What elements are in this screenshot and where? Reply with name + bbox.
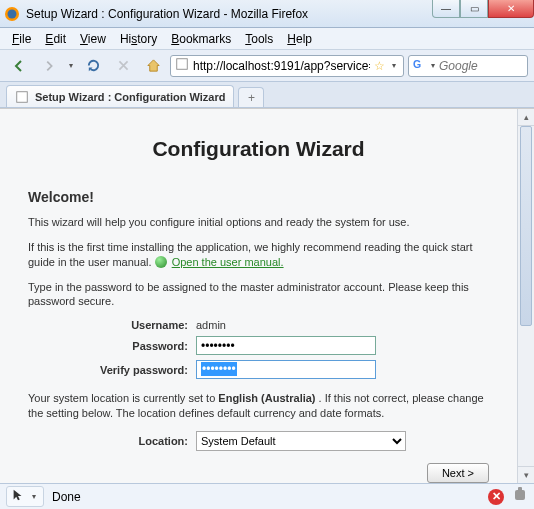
content-viewport: Configuration Wizard Welcome! This wizar… bbox=[0, 108, 534, 483]
welcome-heading: Welcome! bbox=[28, 189, 489, 205]
username-value: admin bbox=[196, 319, 226, 331]
menu-bookmarks[interactable]: Bookmarks bbox=[165, 30, 237, 48]
search-engine-dropdown[interactable]: ▾ bbox=[431, 61, 435, 70]
row-password: Password: bbox=[28, 336, 489, 355]
address-bar[interactable]: ☆ ▾ bbox=[170, 55, 404, 77]
scroll-up-button[interactable]: ▴ bbox=[518, 109, 534, 126]
menu-file[interactable]: File bbox=[6, 30, 37, 48]
site-favicon bbox=[175, 57, 189, 74]
url-input[interactable] bbox=[193, 59, 370, 73]
password-instruction: Type in the password to be assigned to t… bbox=[28, 280, 489, 310]
tip-icon bbox=[155, 256, 167, 268]
svg-point-1 bbox=[8, 9, 17, 18]
new-tab-button[interactable]: + bbox=[238, 87, 264, 107]
window-titlebar: Setup Wizard : Configuration Wizard - Mo… bbox=[0, 0, 534, 28]
page-body: Configuration Wizard Welcome! This wizar… bbox=[0, 109, 517, 483]
svg-text:G: G bbox=[413, 58, 421, 70]
page-heading: Configuration Wizard bbox=[28, 137, 489, 161]
open-manual-link[interactable]: Open the user manual. bbox=[172, 256, 284, 268]
current-locale: English (Australia) bbox=[218, 392, 315, 404]
location-select[interactable]: System Default bbox=[196, 431, 406, 451]
menu-history[interactable]: History bbox=[114, 30, 163, 48]
button-row: Next > bbox=[28, 463, 489, 483]
forward-button[interactable] bbox=[36, 54, 62, 78]
google-icon: G bbox=[413, 57, 427, 74]
password-input[interactable] bbox=[196, 336, 376, 355]
home-button[interactable] bbox=[140, 54, 166, 78]
search-bar[interactable]: G ▾ bbox=[408, 55, 528, 77]
svg-rect-6 bbox=[515, 490, 525, 500]
menu-tools[interactable]: Tools bbox=[239, 30, 279, 48]
status-bar: ▾ Done ✕ bbox=[0, 483, 534, 509]
password-label: Password: bbox=[28, 340, 196, 352]
next-button[interactable]: Next > bbox=[427, 463, 489, 483]
verify-password-label: Verify password: bbox=[28, 364, 196, 376]
scroll-down-button[interactable]: ▾ bbox=[518, 466, 534, 483]
reload-button[interactable] bbox=[80, 54, 106, 78]
first-time-text: If this is the first time installing the… bbox=[28, 240, 489, 270]
row-username: Username: admin bbox=[28, 319, 489, 331]
search-input[interactable] bbox=[439, 59, 534, 73]
back-button[interactable] bbox=[6, 54, 32, 78]
menu-edit[interactable]: Edit bbox=[39, 30, 72, 48]
intro-text: This wizard will help you configure init… bbox=[28, 215, 489, 230]
tab-setup-wizard[interactable]: Setup Wizard : Configuration Wizard bbox=[6, 85, 234, 107]
verify-password-input[interactable] bbox=[196, 360, 376, 379]
bookmark-star-icon[interactable]: ☆ bbox=[374, 59, 385, 73]
stop-button[interactable] bbox=[110, 54, 136, 78]
username-label: Username: bbox=[28, 319, 196, 331]
svg-rect-7 bbox=[518, 487, 522, 491]
location-paragraph: Your system location is currently set to… bbox=[28, 391, 489, 421]
error-icon[interactable]: ✕ bbox=[488, 489, 504, 505]
status-tool-dropdown[interactable]: ▾ bbox=[29, 492, 39, 501]
history-dropdown[interactable]: ▾ bbox=[66, 61, 76, 70]
minimize-button[interactable]: — bbox=[432, 0, 460, 18]
vertical-scrollbar[interactable]: ▴ ▾ bbox=[517, 109, 534, 483]
menu-view[interactable]: View bbox=[74, 30, 112, 48]
status-tool-group[interactable]: ▾ bbox=[6, 486, 44, 507]
row-verify-password: Verify password: •••••••• bbox=[28, 360, 489, 379]
tab-strip: Setup Wizard : Configuration Wizard + bbox=[0, 82, 534, 108]
menu-help[interactable]: Help bbox=[281, 30, 318, 48]
firefox-icon bbox=[4, 6, 20, 22]
navigation-toolbar: ▾ ☆ ▾ G ▾ bbox=[0, 50, 534, 82]
window-controls: — ▭ ✕ bbox=[432, 0, 534, 18]
scroll-thumb[interactable] bbox=[520, 126, 532, 326]
url-dropdown[interactable]: ▾ bbox=[389, 61, 399, 70]
location-label: Location: bbox=[28, 435, 196, 447]
status-text: Done bbox=[52, 490, 81, 504]
svg-rect-2 bbox=[177, 59, 188, 70]
pointer-icon bbox=[11, 488, 25, 505]
tab-title: Setup Wizard : Configuration Wizard bbox=[35, 91, 225, 103]
close-button[interactable]: ✕ bbox=[488, 0, 534, 18]
menu-bar: File Edit View History Bookmarks Tools H… bbox=[0, 28, 534, 50]
maximize-button[interactable]: ▭ bbox=[460, 0, 488, 18]
svg-rect-5 bbox=[17, 91, 28, 102]
row-location: Location: System Default bbox=[28, 431, 489, 451]
addon-icon[interactable] bbox=[512, 487, 528, 506]
tab-favicon bbox=[15, 90, 29, 104]
